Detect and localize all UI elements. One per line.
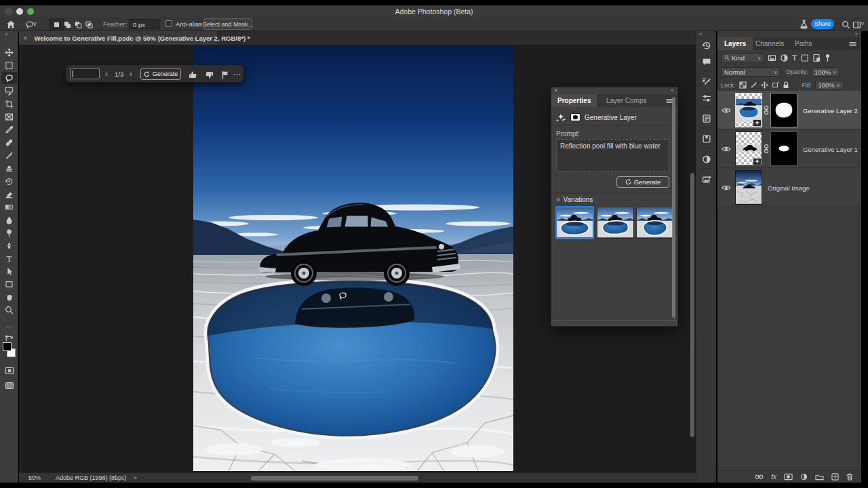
layer-name[interactable]: Original Image [768, 184, 810, 192]
tab-close-icon[interactable]: × [23, 35, 27, 42]
lock-artboard-icon[interactable] [772, 81, 779, 89]
variation-thumbnail-3[interactable] [636, 207, 673, 239]
brush-tool[interactable] [1, 149, 17, 161]
layer-filter-kind-dropdown[interactable]: Kind ∨ [721, 53, 764, 62]
adjustment-layer-filter-icon[interactable] [780, 54, 789, 62]
lasso-tool[interactable] [1, 72, 17, 84]
lock-pixels-icon[interactable] [750, 81, 757, 89]
properties-close-icon[interactable]: × [554, 87, 558, 94]
properties-scrollbar[interactable] [672, 97, 675, 318]
anti-alias-checkbox[interactable] [165, 20, 172, 27]
intersect-selection-mode-icon[interactable] [81, 18, 97, 30]
zoom-level-field[interactable]: 50% [28, 474, 41, 481]
thumbs-up-icon[interactable] [185, 68, 201, 81]
layer-name[interactable]: Generative Layer 2 [803, 107, 858, 115]
canvas-image[interactable] [193, 46, 513, 471]
patterns-icon[interactable] [698, 174, 714, 186]
fill-dropdown[interactable]: 100% ∨ [815, 81, 844, 90]
blend-mode-dropdown[interactable]: Normal ∨ [721, 67, 781, 77]
libraries-icon[interactable] [698, 133, 714, 145]
foreground-color-swatch[interactable] [3, 342, 12, 351]
object-selection-tool[interactable] [1, 85, 17, 97]
mask-link-icon[interactable] [764, 144, 769, 154]
screen-mode-icon[interactable] [1, 380, 17, 392]
type-tool[interactable]: T [1, 252, 17, 264]
tab-layer-comps[interactable]: Layer Comps [600, 94, 652, 107]
gradient-tool[interactable] [1, 201, 17, 213]
pen-tool[interactable] [1, 239, 17, 251]
contextual-taskbar[interactable]: ‹ 1/3 › Generate … [65, 64, 244, 83]
filter-toggle-icon[interactable] [825, 54, 831, 62]
rectangular-marquee-tool[interactable] [1, 59, 17, 71]
variations-header[interactable]: ∨ Variations [556, 196, 593, 203]
spot-healing-brush-tool[interactable] [1, 136, 17, 148]
new-group-icon[interactable] [815, 474, 824, 481]
layer-thumbnail[interactable] [735, 131, 762, 166]
comments-icon[interactable] [698, 56, 714, 68]
edit-toolbar-icon[interactable]: … [1, 319, 17, 331]
type-layer-filter-icon[interactable]: T [792, 54, 797, 62]
layer-thumbnail[interactable] [735, 170, 762, 205]
prompt-textarea[interactable]: Reflection pool fill with blue water [556, 139, 669, 171]
report-flag-icon[interactable] [218, 68, 233, 81]
variation-thumbnail-1[interactable] [555, 206, 594, 239]
quick-mask-icon[interactable] [1, 365, 17, 377]
share-button[interactable]: Share [811, 19, 834, 29]
blur-tool[interactable] [1, 214, 17, 226]
paragraph-icon[interactable] [698, 113, 714, 125]
properties-generate-button[interactable]: Generate [616, 176, 669, 188]
feather-input[interactable]: 0 px [129, 19, 160, 29]
tab-channels[interactable]: Channels [749, 37, 791, 50]
properties-resize-bar[interactable] [551, 320, 677, 326]
delete-layer-icon[interactable] [846, 473, 853, 481]
taskbar-prompt-input[interactable] [70, 68, 100, 79]
workspace-chevron-icon[interactable]: ∨ [861, 21, 865, 26]
taskbar-more-options-icon[interactable]: … [233, 67, 241, 77]
layer-mask-thumbnail[interactable] [770, 93, 797, 127]
lock-position-icon[interactable] [761, 81, 768, 89]
tab-paths[interactable]: Paths [788, 37, 819, 50]
visibility-eye-icon[interactable] [722, 107, 731, 114]
opacity-dropdown[interactable]: 100% ∨ [811, 67, 840, 77]
layer-thumbnail[interactable] [735, 93, 762, 127]
tab-properties[interactable]: Properties [551, 94, 597, 107]
lock-all-icon[interactable] [783, 81, 789, 89]
layer-row-original-image[interactable]: Original Image [717, 169, 861, 207]
clone-stamp-tool[interactable] [1, 162, 17, 174]
visibility-eye-icon[interactable] [722, 146, 731, 152]
layer-name[interactable]: Generative Layer 1 [803, 146, 858, 153]
layer-effects-icon[interactable]: fx [771, 474, 776, 481]
path-selection-tool[interactable] [1, 265, 17, 277]
tools-collapse-icon[interactable]: » [5, 32, 7, 37]
layer-mask-thumbnail[interactable] [770, 131, 797, 166]
status-expand-icon[interactable]: > [134, 475, 137, 481]
previous-variation-icon[interactable]: ‹ [105, 70, 108, 78]
adjustments-icon[interactable] [698, 153, 714, 165]
thumbs-down-icon[interactable] [201, 68, 217, 81]
layers-menu-icon[interactable] [849, 41, 856, 47]
mask-link-icon[interactable] [764, 105, 769, 115]
select-and-mask-button[interactable]: Select and Mask... [203, 18, 252, 30]
visibility-eye-icon[interactable] [722, 184, 731, 191]
add-mask-icon[interactable] [784, 473, 793, 481]
history-brush-tool[interactable] [1, 175, 17, 187]
eraser-tool[interactable] [1, 188, 17, 200]
properties-collapse-icon[interactable]: « [671, 87, 674, 94]
pixel-layer-filter-icon[interactable] [768, 54, 776, 62]
lock-transparent-icon[interactable] [739, 81, 747, 89]
eyedropper-tool[interactable] [1, 123, 17, 136]
home-icon[interactable] [3, 18, 18, 30]
shape-layer-filter-icon[interactable] [800, 54, 809, 62]
layer-row-generative-layer-1[interactable]: Generative Layer 1 [717, 130, 861, 168]
canvas-horizontal-scrollbar[interactable] [251, 476, 418, 481]
history-icon[interactable] [698, 39, 714, 52]
layer-row-generative-layer-2[interactable]: Generative Layer 2 [717, 91, 861, 129]
hand-tool[interactable] [1, 291, 17, 303]
dock-collapse-icon[interactable]: » [855, 32, 858, 37]
variation-thumbnail-2[interactable] [597, 207, 634, 239]
canvas-vertical-scrollbar[interactable] [690, 173, 694, 437]
move-tool[interactable] [1, 46, 17, 58]
zoom-tool[interactable] [1, 304, 17, 316]
beta-flask-icon[interactable] [796, 18, 812, 30]
brush-settings-icon[interactable] [698, 92, 714, 104]
